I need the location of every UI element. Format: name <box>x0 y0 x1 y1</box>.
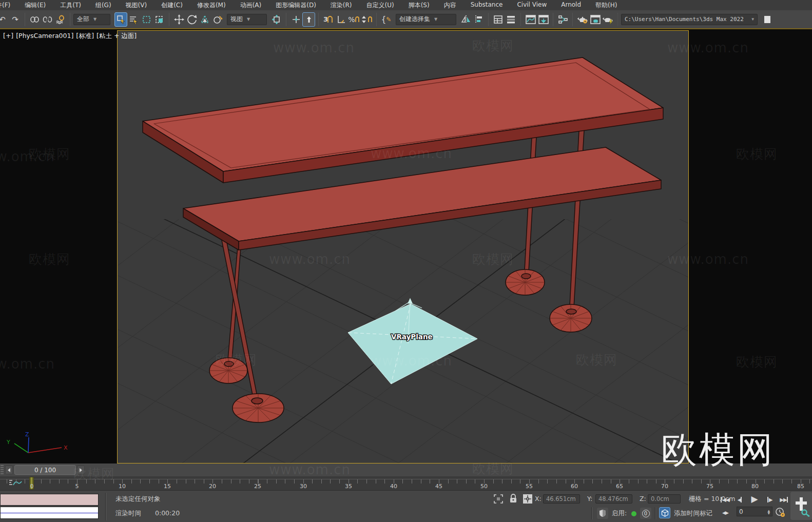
coord-y-field[interactable]: 48.476cm <box>595 494 632 504</box>
rendered-frame-window-icon[interactable] <box>589 12 602 27</box>
next-frame-arrow-button[interactable] <box>77 466 85 474</box>
tick-label: 40 <box>390 483 397 490</box>
current-frame-field[interactable]: 0 ▲▼ <box>737 507 772 516</box>
edit-named-selection-sets-icon[interactable]: { ✎ <box>380 12 393 27</box>
select-and-scale-icon[interactable] <box>198 12 211 27</box>
menu-help[interactable]: 帮助(H) <box>588 1 624 10</box>
menu-create[interactable]: 创建(C) <box>154 1 190 10</box>
undo-icon[interactable]: ↶ <box>0 12 9 27</box>
table-foot[interactable] <box>506 269 545 295</box>
mirror-icon[interactable] <box>459 12 472 27</box>
menu-substance[interactable]: Substance <box>463 1 510 10</box>
reference-coord-dropdown[interactable]: 视图 ▼ <box>227 14 267 25</box>
named-selection-sets-dropdown[interactable]: 创建选择集 ▼ <box>396 14 456 25</box>
tick-label: 60 <box>571 483 578 490</box>
menu-arnold[interactable]: Arnold <box>554 1 588 10</box>
separator <box>591 507 592 519</box>
menu-modifiers[interactable]: 修改器(M) <box>190 1 233 10</box>
menu-edit[interactable]: 编辑(E) <box>17 1 53 10</box>
percent-snap-icon[interactable]: % <box>347 12 360 27</box>
isolate-selection-icon[interactable] <box>493 494 504 504</box>
toggle-ribbon-icon[interactable] <box>505 12 517 27</box>
go-to-start-button[interactable]: ◀◀ <box>718 493 732 506</box>
spinner-icon[interactable]: ▲▼ <box>767 509 770 514</box>
table-foot[interactable] <box>209 358 247 383</box>
coord-x-field[interactable]: 46.651cm <box>543 494 580 504</box>
window-crossing-icon[interactable] <box>153 12 166 27</box>
redo-icon[interactable]: ↷ <box>9 12 22 27</box>
maxscript-mini-listener-macro[interactable] <box>0 494 99 506</box>
table-foot[interactable] <box>233 394 284 422</box>
layer-explorer-icon[interactable] <box>492 12 505 27</box>
menu-animation[interactable]: 动画(A) <box>233 1 269 10</box>
render-production-icon[interactable] <box>602 12 614 27</box>
select-object-button[interactable] <box>114 12 127 27</box>
chevron-right-icon <box>80 468 82 472</box>
angle-snap-icon[interactable] <box>335 12 347 27</box>
set-key-button[interactable] <box>790 492 812 520</box>
menu-customize[interactable]: 自定义(U) <box>359 1 401 10</box>
project-folder-dropdown[interactable]: C:\Users\Han\Documents\3ds Max 2022 ▼ <box>621 14 758 25</box>
selection-lock-icon[interactable] <box>509 493 518 504</box>
menu-views[interactable]: 视图(V) <box>119 1 154 10</box>
camera-viewport[interactable]: VRayPlane [+] [PhysCamera001] [标准] [粘土 +… <box>0 29 812 463</box>
snaps-toggle-icon[interactable]: 3 <box>322 12 335 27</box>
menu-content[interactable]: 内容 <box>437 1 463 10</box>
viewport-label: [+] [PhysCamera001] [标准] [粘土 + 边面] <box>3 32 137 41</box>
time-slider-handle[interactable]: 0 / 100 <box>14 465 76 475</box>
workspace-icon[interactable] <box>760 12 772 27</box>
spinner-snap-icon[interactable] <box>360 12 373 27</box>
mute-count-button[interactable]: 0 <box>640 508 651 519</box>
table-foot[interactable] <box>550 304 592 332</box>
unlink-selection-icon[interactable] <box>41 12 54 27</box>
select-and-move-icon[interactable] <box>172 12 185 27</box>
menu-rendering[interactable]: 渲染(R) <box>323 1 359 10</box>
add-time-tag[interactable]: 添加时间标记 <box>674 509 712 518</box>
toolbar-drag-handle[interactable] <box>1 465 4 475</box>
select-and-place-icon[interactable] <box>211 12 224 27</box>
project-path-value: C:\Users\Han\Documents\3ds Max 2022 <box>625 16 744 23</box>
menu-graph-editors[interactable]: 图形编辑器(D) <box>268 1 323 10</box>
world-axis-tripod: X Y Z <box>0 423 72 459</box>
select-by-name-icon[interactable] <box>127 12 140 27</box>
time-configuration-icon[interactable] <box>775 507 785 517</box>
select-and-link-icon[interactable] <box>28 12 41 27</box>
rectangular-selection-region-icon[interactable] <box>140 12 153 27</box>
coord-z-field[interactable]: 0.0cm <box>648 494 681 504</box>
viewport-pov-menu[interactable]: [PhysCamera001] <box>16 32 73 41</box>
track-bar[interactable]: 0 5 10 15 20 25 30 35 40 45 50 55 60 65 … <box>0 476 812 490</box>
menu-scripting[interactable]: 脚本(S) <box>401 1 437 10</box>
menu-file[interactable]: 文件(F) <box>0 1 17 10</box>
select-and-rotate-icon[interactable] <box>185 12 198 27</box>
curve-editor-icon[interactable] <box>524 12 537 27</box>
previous-frame-arrow-button[interactable] <box>5 466 13 474</box>
chevron-down-icon: ▼ <box>434 17 437 22</box>
chevron-down-icon: ▼ <box>247 17 250 22</box>
bind-to-space-warp-icon[interactable] <box>54 12 67 27</box>
next-frame-button[interactable]: ▶ <box>763 493 776 506</box>
align-icon[interactable] <box>472 12 485 27</box>
select-and-manipulate-icon[interactable] <box>289 12 302 27</box>
viewport-shading-menu[interactable]: [粘土 + 边面] <box>96 32 137 41</box>
add-time-tag-cube-icon[interactable] <box>659 507 670 518</box>
go-to-end-button[interactable]: ▶▶ <box>777 493 791 506</box>
play-button[interactable]: ▶ <box>747 493 762 505</box>
menu-bar: 文件(F) 编辑(E) 工具(T) 组(G) 视图(V) 创建(C) 修改器(M… <box>0 0 812 10</box>
previous-frame-button[interactable]: ◀ <box>733 493 746 506</box>
separator <box>105 493 106 520</box>
key-mode-toggle-button[interactable]: ◀▶ <box>720 507 731 519</box>
selection-filter-dropdown[interactable]: 全部 ▼ <box>73 14 110 25</box>
maxscript-mini-listener[interactable] <box>0 507 99 519</box>
material-editor-icon[interactable] <box>556 12 569 27</box>
absolute-mode-transform-icon[interactable] <box>523 494 533 504</box>
viewport-standard-menu[interactable]: [标准] <box>76 32 94 41</box>
use-pivot-point-icon[interactable] <box>270 12 283 27</box>
menu-tools[interactable]: 工具(T) <box>53 1 88 10</box>
keyboard-shortcut-override-button[interactable] <box>302 12 315 27</box>
menu-group[interactable]: 组(G) <box>88 1 119 10</box>
render-setup-icon[interactable] <box>576 12 589 27</box>
safe-scene-shield-icon[interactable] <box>597 508 608 519</box>
viewport-general-menu[interactable]: [+] <box>3 32 13 41</box>
menu-civil-view[interactable]: Civil View <box>510 1 554 10</box>
schematic-view-icon[interactable] <box>537 12 550 27</box>
